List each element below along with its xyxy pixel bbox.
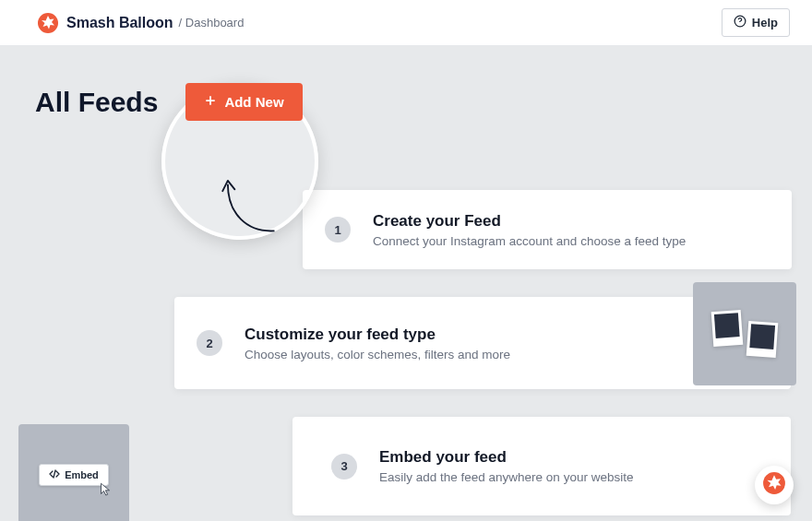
help-icon <box>734 15 746 30</box>
step-text: Customize your feed type Choose layouts,… <box>245 326 510 361</box>
onboarding-steps: 1 Create your Feed Connect your Instagra… <box>160 190 792 515</box>
chat-fab[interactable] <box>755 466 794 504</box>
content-area: All Feeds Add New 1 Create your Feed Con… <box>0 46 812 521</box>
step-title: Customize your feed type <box>245 326 510 344</box>
embed-illustration: Embed <box>18 424 129 521</box>
step-number: 2 <box>197 330 222 356</box>
step-card-create: 1 Create your Feed Connect your Instagra… <box>303 190 792 269</box>
help-label: Help <box>752 16 778 30</box>
help-button[interactable]: Help <box>722 8 790 37</box>
step-number: 3 <box>331 454 357 480</box>
embed-pill: Embed <box>39 464 109 486</box>
step-desc: Connect your Instagram account and choos… <box>373 234 686 248</box>
brand-name: Smash Balloon <box>66 15 173 31</box>
breadcrumb: / Dashboard <box>179 16 245 30</box>
brand: Smash Balloon <box>37 12 173 34</box>
polaroid-icon <box>746 321 779 358</box>
feeds-header: All Feeds Add New <box>35 83 777 121</box>
page-title: All Feeds <box>35 87 158 118</box>
plus-icon <box>204 94 217 110</box>
add-new-label: Add New <box>224 94 283 110</box>
top-bar: Smash Balloon / Dashboard Help <box>0 0 812 46</box>
code-icon <box>49 469 60 480</box>
step-card-customize: 2 Customize your feed type Choose layout… <box>174 297 791 389</box>
step-title: Embed your feed <box>379 448 633 467</box>
step-desc: Easily add the feed anywhere on your web… <box>379 470 633 484</box>
smash-balloon-logo-icon <box>37 12 59 34</box>
polaroid-icon <box>711 310 744 347</box>
step-text: Create your Feed Connect your Instagram … <box>373 212 686 248</box>
step-number: 1 <box>325 217 351 243</box>
svg-point-2 <box>740 24 741 25</box>
step-card-embed: 3 Embed your feed Easily add the feed an… <box>293 417 791 515</box>
add-new-button[interactable]: Add New <box>185 83 302 121</box>
step-desc: Choose layouts, color schemes, filters a… <box>245 348 510 361</box>
customize-illustration <box>693 282 796 385</box>
smash-balloon-fab-icon <box>762 471 786 499</box>
step-text: Embed your feed Easily add the feed anyw… <box>379 448 633 484</box>
step-title: Create your Feed <box>373 212 686 231</box>
embed-pill-label: Embed <box>65 469 99 480</box>
cursor-icon <box>97 481 113 498</box>
